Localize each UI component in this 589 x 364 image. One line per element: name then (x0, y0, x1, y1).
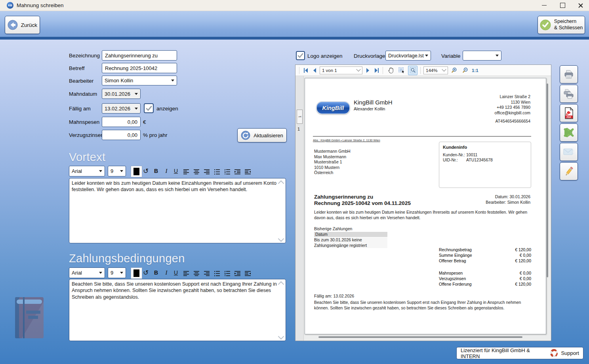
logo-anzeigen-checkbox[interactable] (296, 51, 305, 60)
svg-text:PDF: PDF (567, 116, 572, 118)
page-nav-select[interactable]: 1 von 1 (320, 66, 362, 74)
verzugszinsen-input[interactable] (102, 130, 141, 140)
align-left-icon[interactable] (182, 269, 190, 278)
underline-button[interactable]: U (172, 166, 180, 176)
zahlungsbedingungen-textarea[interactable]: Beachten Sie bitte, dass Sie unseren kos… (69, 279, 286, 341)
doc-faellig-line: Fällig am: 13.02.2026 (314, 294, 354, 299)
align-center-icon[interactable] (193, 167, 200, 176)
header-toolbar (0, 11, 589, 37)
font-color-button[interactable] (131, 166, 142, 177)
font-family-select[interactable]: Arial (69, 166, 105, 176)
support-link[interactable]: Support (561, 350, 579, 356)
doc-recipient-address: Mustermann GmbH Max Mustermann Musterstr… (314, 149, 351, 176)
first-page-icon (303, 68, 309, 73)
anzeigen-checkbox[interactable] (144, 103, 154, 113)
aktualisieren-label: Aktualisieren (254, 133, 283, 138)
chevron-down-icon (120, 272, 123, 274)
send-email-button[interactable] (560, 143, 578, 161)
bullet-list-icon[interactable] (213, 269, 221, 278)
align-center-icon[interactable] (193, 269, 200, 278)
bold-button[interactable]: B (152, 166, 160, 176)
variable-select[interactable] (463, 51, 501, 61)
edit-template-button[interactable] (560, 162, 578, 180)
bezeichnung-label: Bezeichnung (69, 50, 100, 61)
indent-icon[interactable] (234, 269, 242, 278)
printers-icon (563, 88, 575, 99)
page-tab[interactable]: 1 (297, 110, 303, 124)
mahndatum-picker[interactable]: 30.01.2026 (102, 89, 141, 99)
previous-page-button[interactable] (311, 67, 318, 74)
zoom-one-to-one-button[interactable]: 1:1 (472, 68, 478, 73)
pan-hand-tool[interactable] (386, 66, 395, 75)
amount-row: Mahnspesen€ 0,00 (439, 271, 531, 275)
font-size-select[interactable]: 9 (108, 166, 126, 176)
back-button[interactable]: Zurück (5, 16, 40, 34)
kunden-nr-label: Kunden-Nr.: (443, 152, 465, 158)
amount-row: Summe Eingänge€ 0,00 (439, 253, 531, 258)
druckvorlage-value: Druckvorlage.lst (388, 53, 424, 59)
indent-icon[interactable] (234, 167, 242, 176)
payments-column-header: Datum (314, 232, 387, 237)
export-excel-button[interactable] (560, 123, 578, 142)
last-page-button[interactable] (373, 67, 380, 74)
close-button[interactable] (572, 0, 589, 11)
undo-icon[interactable]: ↺ (142, 166, 150, 176)
bold-button[interactable]: B (152, 268, 160, 277)
numbered-list-icon[interactable] (223, 269, 231, 278)
printer-icon (563, 69, 574, 80)
export-pdf-button[interactable]: PDF (560, 104, 578, 122)
mahnspesen-input[interactable] (102, 117, 141, 127)
bearbeiter-value: Simon Kollin (105, 78, 133, 83)
align-right-icon[interactable] (203, 167, 211, 176)
outdent-icon[interactable] (244, 269, 252, 278)
minimize-icon (542, 5, 547, 6)
save-close-button[interactable]: Speichern& Schliessen (538, 16, 585, 34)
print-multiple-button[interactable] (560, 85, 578, 103)
faellig-am-picker[interactable]: 13.02.2026 (102, 103, 141, 114)
preview-vertical-scrollbar[interactable] (547, 83, 548, 277)
font-size-select-2[interactable]: 9 (108, 267, 126, 278)
minimize-button[interactable] (535, 0, 553, 11)
italic-button[interactable]: I (162, 268, 170, 277)
font-family-select-2[interactable]: Arial (69, 267, 105, 278)
bezeichnung-input[interactable] (102, 50, 177, 61)
vortext-textarea[interactable]: Leider konnten wir bis zum heutigen Datu… (69, 178, 286, 243)
kingbill-logo: KingBill (316, 101, 350, 114)
italic-button[interactable]: I (162, 166, 170, 176)
hand-icon (388, 67, 394, 74)
preview-horizontal-scrollbar[interactable] (318, 336, 522, 338)
aktualisieren-button[interactable]: Aktualisieren (237, 128, 287, 142)
back-arrow-icon (8, 20, 18, 30)
first-page-button[interactable] (302, 67, 309, 74)
save-check-icon (540, 19, 551, 30)
zoom-in-button[interactable] (450, 66, 459, 75)
zoom-region-tool[interactable] (408, 66, 417, 75)
mahndatum-label: Mahndatum (69, 89, 97, 99)
select-report-tool[interactable] (397, 66, 406, 75)
payments-note: Bis zum 30.01.2026 keine Zahlungseingäng… (314, 237, 387, 248)
zoom-level-select[interactable]: 144% (423, 66, 448, 74)
align-left-icon[interactable] (182, 167, 190, 176)
bullet-list-icon[interactable] (213, 167, 221, 176)
underline-button[interactable]: U (172, 268, 180, 277)
numbered-list-icon[interactable] (223, 167, 231, 176)
print-button[interactable] (560, 65, 578, 83)
font-color-button-2[interactable] (131, 267, 142, 279)
outdent-icon[interactable] (244, 167, 252, 176)
align-right-icon[interactable] (203, 269, 211, 278)
druckvorlage-select[interactable]: Druckvorlage.lst (385, 51, 431, 61)
doc-bearbeiter-line: Bearbeiter: Simon Kollin (486, 200, 530, 205)
zoom-level-value: 144% (426, 68, 437, 73)
amount-row: Offene Forderung€ 120,00 (439, 282, 531, 286)
header-divider (0, 37, 589, 40)
next-page-button[interactable] (364, 67, 371, 74)
maximize-button[interactable] (553, 0, 572, 11)
bearbeiter-select[interactable]: Simon Kollin (102, 76, 177, 85)
page-thumbnail-strip: 1 1 (295, 76, 304, 341)
kundeninfo-box: Kundeninfo Kunden-Nr.: 10011 UID-Nr.: AT… (439, 142, 531, 188)
font-family-value: Arial (72, 270, 82, 276)
betreff-input[interactable] (102, 63, 177, 73)
undo-icon[interactable]: ↺ (142, 268, 150, 277)
document-page: KingBill KingBill GmbH Alexander Kollin … (305, 78, 546, 334)
zoom-out-button[interactable] (461, 66, 470, 75)
